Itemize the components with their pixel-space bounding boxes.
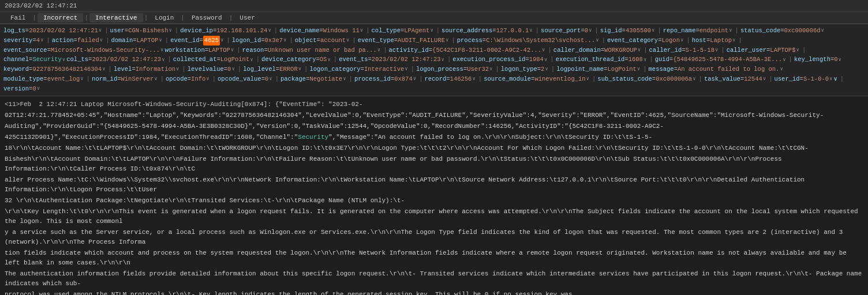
content-line-12: protocol was used among the NTLM protoco… (5, 290, 863, 295)
content-line-9: y a service such as the Server service, … (5, 228, 863, 247)
tab-separator-3: | (144, 14, 148, 21)
content-line-11: The authentication information fields pr… (5, 269, 863, 289)
tab-login[interactable]: Login (149, 13, 179, 22)
timestamp: 2023/02/02 12:47:21 (5, 2, 77, 9)
tab-row: Fail | Incorrect | Interactive | Login |… (0, 12, 868, 24)
tab-separator-2: | (84, 14, 88, 21)
tab-separator-1: | (32, 14, 36, 21)
content-area: <11>Feb 2 12:47:21 Laptop Microsoft-Wind… (0, 96, 868, 295)
tab-separator-5: | (229, 14, 233, 21)
tab-separator-4: | (181, 14, 185, 21)
tab-user[interactable]: User (234, 13, 260, 22)
top-bar: 2023/02/02 12:47:21 (0, 0, 868, 12)
tab-password[interactable]: Password (186, 13, 228, 22)
tab-fail[interactable]: Fail (5, 13, 31, 22)
fields-row: log_ts=2023/02/02 12:47:21∨| user=CGN-Bi… (0, 24, 868, 96)
content-line-6: aller Process Name:\tC:\\Windows\\System… (5, 175, 863, 195)
content-line-7: 32 \r\n\tAuthentication Package:\tNegoti… (5, 196, 863, 206)
tab-incorrect[interactable]: Incorrect (38, 13, 83, 22)
content-line-10: tion fields indicate which account and p… (5, 248, 863, 268)
content-line-5: Bishesh\r\n\tAccount Domain:\t\tLAPTOP\r… (5, 154, 863, 174)
tab-interactive[interactable]: Interactive (89, 13, 143, 22)
content-header: <11>Feb 2 12:47:21 Laptop Microsoft-Wind… (5, 100, 863, 109)
content-line-3: 425C1132D901}","ExecutionProcessID":1984… (5, 133, 863, 142)
content-line-8: \r\n\tKey Length:\t\t0\r\n\r\nThis event… (5, 207, 863, 226)
content-line-4: 18\r\n\tAccount Name:\t\tLAPTOP$\r\n\tAc… (5, 143, 863, 153)
content-line-1: 02T12:47:21.778452+05:45","Hostname":"La… (5, 111, 863, 120)
content-line-2: Auditing","ProviderGuid":"{54849625-5478… (5, 122, 863, 131)
